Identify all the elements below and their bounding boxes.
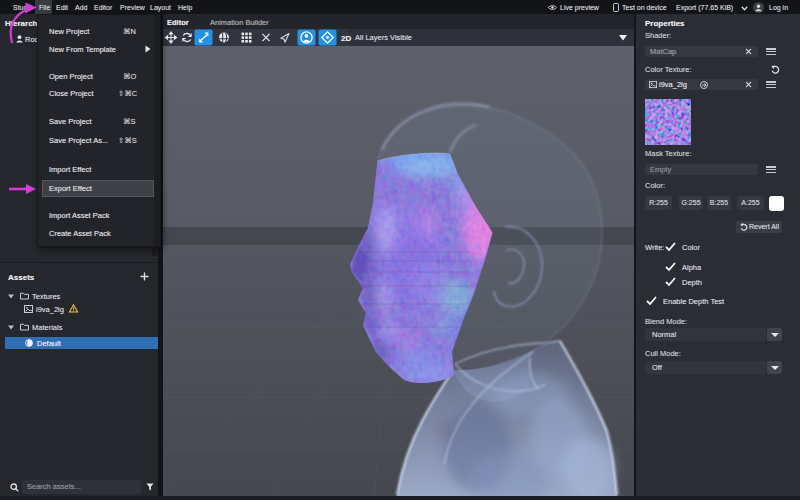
svg-text:All Layers Visible: All Layers Visible bbox=[355, 33, 412, 42]
svg-text:2D: 2D bbox=[341, 34, 351, 43]
